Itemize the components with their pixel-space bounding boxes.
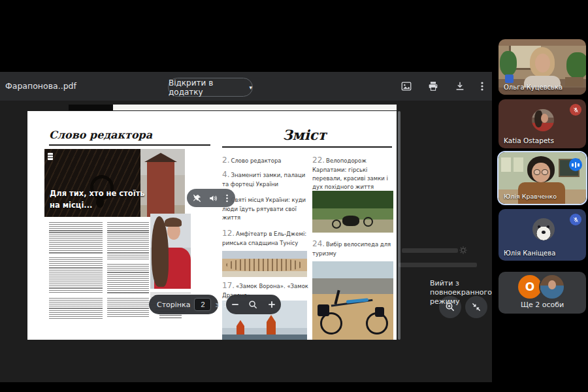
toc-page-number: 2. xyxy=(222,155,229,165)
print-icon[interactable] xyxy=(427,80,440,93)
open-in-app-button[interactable]: Відкрити в додатку ▾ xyxy=(168,78,253,97)
zoom-out-icon[interactable] xyxy=(231,300,240,309)
toc-entry: 4.Знамениті замки, палаци та фортеці Укр… xyxy=(222,169,308,189)
speaking-indicator-icon xyxy=(569,158,582,171)
previous-page-edge xyxy=(113,105,397,110)
photo-title-line1: Для тих, хто не стоїть xyxy=(50,188,145,200)
page-navigation-pill: Сторінка з 14 xyxy=(149,295,218,314)
participant-name: Katia Ostapets xyxy=(504,137,554,144)
body-text-lines xyxy=(49,222,103,253)
glasses-decor xyxy=(542,169,548,175)
participant-name: Ольга Куцевська xyxy=(504,84,563,91)
overlay-more-options-icon[interactable] xyxy=(224,193,230,203)
page-number-input[interactable] xyxy=(194,298,211,311)
toc-entry-text: Амфітеатр в Ель-Джемі: римська спадщина … xyxy=(222,231,306,246)
glasses-decor xyxy=(534,169,540,175)
toc-page-number: 22. xyxy=(312,155,325,165)
window-decor xyxy=(501,157,511,172)
overflow-photo-avatar xyxy=(540,275,564,299)
tooltip-line2: режиму xyxy=(430,297,515,306)
colosseum-arches xyxy=(226,259,303,271)
editor-heading: Слово редактора xyxy=(49,129,152,141)
avatar xyxy=(532,109,554,131)
toc-photo-colosseum xyxy=(222,251,307,277)
editor-photo-title: Для тих, хто не стоїть на місці... xyxy=(50,188,145,212)
husky-eye xyxy=(547,225,549,228)
download-icon[interactable] xyxy=(453,80,466,93)
participant-tile-olha[interactable]: Ольга Куцевська xyxy=(498,39,586,95)
toc-heading: Зміст xyxy=(212,127,397,143)
meet-fullscreen-presentation: Фарапонова..pdf Відкрити в додатку ▾ Сло… xyxy=(0,0,588,392)
body-text-lines xyxy=(49,257,103,294)
bike-wheel xyxy=(332,220,341,229)
eq-bar xyxy=(578,163,580,167)
faint-background-text xyxy=(402,248,458,253)
castle-base xyxy=(222,335,307,340)
editor-heading-rule xyxy=(49,144,210,146)
overflow-letter-avatar: O xyxy=(518,275,542,299)
faint-background-text xyxy=(399,263,477,267)
toc-page-number: 24. xyxy=(312,239,325,248)
participant-tile-yuliia-kravchenko[interactable]: Юлія Кравченко xyxy=(498,152,586,204)
body-text-lines xyxy=(107,264,149,294)
insert-image-icon[interactable] xyxy=(400,80,413,93)
participant-tile-katia[interactable]: Katia Ostapets xyxy=(498,99,586,148)
previous-page-image-fragment xyxy=(69,105,113,110)
window-decor xyxy=(514,157,523,172)
toc-heading-rule xyxy=(222,146,392,148)
front-pannier xyxy=(375,307,384,317)
mic-off-icon xyxy=(570,214,581,225)
husky-eye xyxy=(538,225,540,228)
mic-off-icon xyxy=(570,104,581,116)
pdf-scrollbar[interactable] xyxy=(398,111,400,340)
shelf-decor xyxy=(565,77,583,86)
page-separator: з xyxy=(215,301,219,309)
unpin-icon[interactable] xyxy=(192,193,202,203)
eq-bar xyxy=(572,163,574,167)
photo-badge-icon xyxy=(48,153,53,160)
participant-tile-yuliia-kanishcheva[interactable]: Юлія Каніщева xyxy=(498,209,586,261)
toc-entry-text: Слово редактора xyxy=(231,157,281,164)
more-options-icon[interactable] xyxy=(478,80,487,93)
plant-decor xyxy=(566,52,586,78)
castle-tower-roof xyxy=(144,153,177,162)
signature-line-2 xyxy=(159,315,182,318)
photo-title-line2: на місці... xyxy=(50,200,145,212)
editor-portrait-photo xyxy=(150,214,191,289)
presentation-control-pill xyxy=(187,189,235,207)
long-hair xyxy=(152,216,169,287)
body-text-lines xyxy=(49,298,103,320)
editor-body-column-2 xyxy=(107,222,149,318)
toc-entry: 22.Велоподорож Карпатами: гірські перева… xyxy=(312,154,395,191)
toc-photo-touring-bike xyxy=(312,261,393,340)
body-text-lines xyxy=(107,298,149,318)
hair-top xyxy=(165,218,182,227)
avatar-face xyxy=(548,280,556,289)
editor-body-column-1 xyxy=(49,222,103,320)
toc-page-number: 4. xyxy=(222,170,229,179)
open-in-app-label: Відкрити в додатку xyxy=(169,78,244,97)
pdf-filename: Фарапонова..pdf xyxy=(5,81,76,91)
participant-face xyxy=(535,54,550,73)
cyclist-silhouette xyxy=(342,216,359,226)
handlebar-stem xyxy=(334,290,340,304)
page-label: Сторінка xyxy=(157,301,190,309)
participant-name: Юлія Каніщева xyxy=(504,250,555,257)
avatar-face xyxy=(541,114,548,123)
toc-page-number: 12. xyxy=(222,229,235,238)
exit-fullscreen-tooltip: Вийти з повноекранного режиму xyxy=(430,279,515,306)
overflow-letter: O xyxy=(525,280,534,293)
volume-icon[interactable] xyxy=(208,193,218,203)
eq-bar xyxy=(575,162,577,168)
toc-entry: 24.Вибір велосипеда для туризму xyxy=(312,238,395,258)
toc-entry: 2.Слово редактора xyxy=(222,154,308,166)
husky-nose xyxy=(542,231,546,234)
zoom-in-icon[interactable] xyxy=(267,300,276,309)
rear-pannier xyxy=(318,304,329,316)
toc-entry: 12.Амфітеатр в Ель-Джемі: римська спадщи… xyxy=(222,227,308,248)
magnifier-icon[interactable] xyxy=(248,300,258,310)
plant-decor xyxy=(500,51,517,76)
chevron-down-icon: ▾ xyxy=(249,84,252,91)
avatar xyxy=(532,218,555,240)
participant-name: Юлія Кравченко xyxy=(504,193,557,200)
